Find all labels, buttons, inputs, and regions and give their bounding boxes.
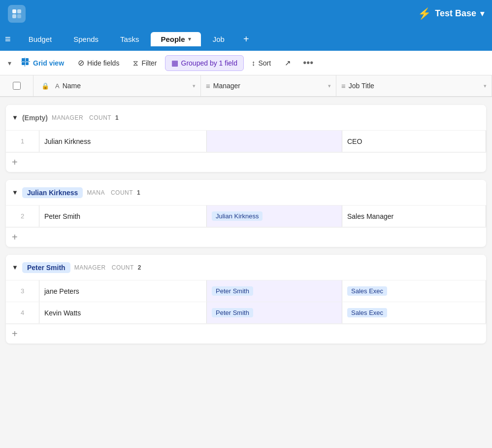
group-empty-field-label: MANAGER [52, 114, 83, 121]
table-row: 2 Peter Smith Julian Kirkness Sales Mana… [6, 206, 486, 227]
table-row: 1 Julian Kirkness CEO [6, 131, 486, 152]
filter-button[interactable]: ⧖ Filter [127, 56, 163, 70]
grid-view-label: Grid view [33, 59, 64, 67]
group-empty-header: ▼ (Empty) MANAGER COUNT 1 [6, 105, 486, 131]
svg-rect-1 [17, 9, 21, 13]
table-row: 3 jane Peters Peter Smith Sales Exec [6, 280, 486, 302]
lightning-icon: ⚡ [418, 7, 431, 20]
svg-rect-6 [22, 62, 25, 65]
hide-fields-button[interactable]: ⊘ Hide fields [72, 55, 125, 70]
add-tab-button[interactable]: + [238, 31, 254, 47]
name-cell[interactable]: Peter Smith [39, 206, 207, 227]
svg-rect-4 [22, 58, 25, 61]
svg-rect-2 [12, 14, 16, 18]
svg-rect-7 [26, 62, 29, 65]
top-bar: ⚡ Test Base ▾ [0, 0, 492, 27]
view-caret-icon[interactable]: ▾ [8, 59, 11, 67]
select-all-checkbox[interactable] [13, 82, 21, 90]
add-row-button-3[interactable]: + [6, 324, 486, 344]
manager-cell[interactable] [207, 131, 342, 152]
sort-icon: ↕ [252, 59, 256, 67]
svg-rect-5 [26, 58, 29, 61]
tab-spends-label: Spends [73, 35, 98, 43]
sort-label: Sort [258, 59, 271, 67]
toolbar: ▾ Grid view ⊘ Hide fields ⧖ Filter ▦ Gro… [0, 51, 492, 75]
name-col-label: Name [63, 82, 81, 90]
name-col-caret[interactable]: ▾ [193, 83, 196, 89]
jobtitle-col-caret[interactable]: ▾ [484, 83, 487, 89]
hamburger-icon[interactable]: ≡ [5, 34, 11, 45]
grouped-by-button[interactable]: ▦ Grouped by 1 field [165, 55, 244, 71]
manager-column-header[interactable]: ≡ Manager ▾ [201, 75, 336, 96]
manager-cell[interactable]: Peter Smith [207, 302, 342, 323]
jobtitle-cell[interactable]: Sales Manager [342, 206, 486, 227]
grid-view-button[interactable]: Grid view [15, 55, 70, 71]
group-julian-count-label: COUNT [111, 189, 133, 196]
tab-budget[interactable]: Budget [19, 32, 62, 46]
group-empty-caret[interactable]: ▼ [12, 114, 18, 121]
manager-col-type-icon: ≡ [206, 82, 210, 90]
tab-tasks[interactable]: Tasks [110, 32, 149, 46]
manager-tag: Peter Smith [212, 308, 253, 317]
jobtitle-col-label: Job Title [349, 82, 374, 90]
share-button[interactable]: ↗ [279, 56, 297, 70]
name-value: jane Peters [44, 287, 79, 295]
svg-rect-0 [12, 9, 16, 13]
table-container: 🔒 A Name ▾ ≡ Manager ▾ ≡ Job Title ▾ ▼ (… [0, 75, 492, 448]
group-julian-name: Julian Kirkness [22, 187, 83, 198]
jobtitle-col-type-icon: ≡ [341, 82, 346, 90]
name-cell[interactable]: Julian Kirkness [39, 131, 207, 152]
manager-cell[interactable]: Julian Kirkness [207, 206, 342, 227]
jobtitle-cell[interactable]: Sales Exec [342, 280, 486, 302]
jobtitle-value: CEO [347, 138, 362, 145]
row-number: 3 [6, 280, 39, 302]
grouped-icon: ▦ [171, 59, 178, 68]
manager-col-caret[interactable]: ▾ [328, 83, 331, 89]
base-name-label: Test Base [435, 8, 476, 19]
group-julian-caret[interactable]: ▼ [12, 189, 18, 196]
tab-spends[interactable]: Spends [64, 32, 108, 46]
name-cell[interactable]: jane Peters [39, 280, 207, 302]
app-logo[interactable] [8, 5, 26, 23]
add-row-button-1[interactable]: + [6, 152, 486, 172]
tab-people-caret: ▾ [188, 36, 191, 42]
column-headers: 🔒 A Name ▾ ≡ Manager ▾ ≡ Job Title ▾ [0, 75, 492, 97]
manager-tag: Julian Kirkness [212, 211, 262, 221]
group-peter-caret[interactable]: ▼ [12, 264, 18, 271]
grouped-label: Grouped by 1 field [181, 59, 237, 67]
group-empty-count-val: 1 [115, 114, 119, 121]
jobtitle-cell[interactable]: Sales Exec [342, 302, 486, 323]
sort-button[interactable]: ↕ Sort [246, 56, 277, 70]
share-icon: ↗ [285, 59, 291, 68]
hide-fields-label: Hide fields [87, 59, 119, 67]
row-number: 4 [6, 302, 39, 323]
jobtitle-cell[interactable]: CEO [342, 131, 486, 152]
group-peter-name: Peter Smith [22, 262, 70, 273]
base-name-area[interactable]: ⚡ Test Base ▾ [418, 7, 484, 20]
tab-people[interactable]: People ▾ [151, 32, 200, 46]
group-julian-field-label: MANA [87, 189, 105, 196]
manager-cell[interactable]: Peter Smith [207, 280, 342, 302]
checkbox-col-header[interactable] [0, 75, 33, 96]
group-empty: ▼ (Empty) MANAGER COUNT 1 1 Julian Kirkn… [6, 105, 486, 172]
row-number: 2 [6, 206, 39, 227]
table-row: 4 Kevin Watts Peter Smith Sales Exec [6, 302, 486, 324]
jobtitle-tag: Sales Exec [347, 286, 387, 296]
name-value: Kevin Watts [44, 309, 81, 317]
tab-tasks-label: Tasks [120, 35, 139, 43]
name-col-type-icon: A [55, 82, 60, 90]
name-column-header[interactable]: 🔒 A Name ▾ [33, 75, 201, 96]
filter-label: Filter [141, 59, 157, 67]
grid-view-icon [21, 58, 30, 68]
add-row-button-2[interactable]: + [6, 227, 486, 247]
name-cell[interactable]: Kevin Watts [39, 302, 207, 323]
tab-job[interactable]: Job [203, 32, 234, 46]
group-peter: ▼ Peter Smith MANAGER COUNT 2 3 jane Pet… [6, 255, 486, 344]
group-julian: ▼ Julian Kirkness MANA COUNT 1 2 Peter S… [6, 180, 486, 247]
svg-rect-3 [17, 14, 21, 18]
more-options-button[interactable]: ••• [299, 55, 317, 70]
jobtitle-column-header[interactable]: ≡ Job Title ▾ [336, 75, 492, 96]
group-empty-name: (Empty) [22, 114, 48, 122]
nav-tabs: ≡ Budget Spends Tasks People ▾ Job + [0, 27, 492, 51]
name-value: Julian Kirkness [44, 138, 91, 145]
